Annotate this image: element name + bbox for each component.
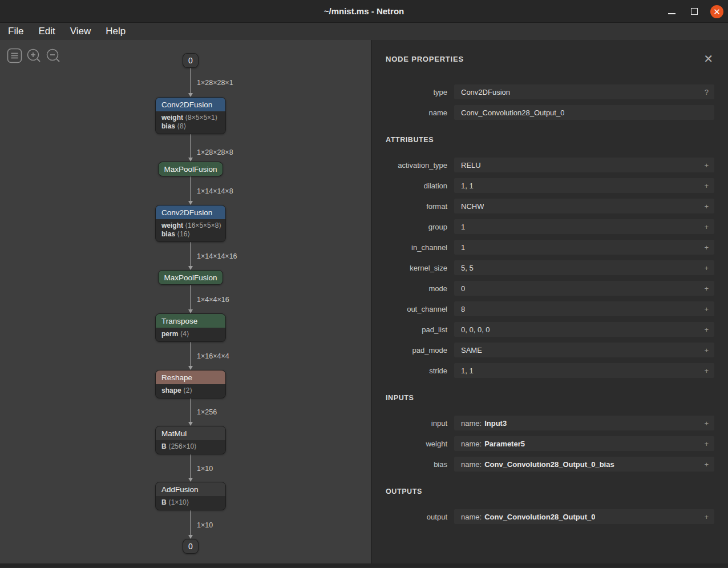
graph-edge [190, 397, 191, 422]
attribute-value-box[interactable]: 0 + [454, 281, 714, 296]
type-value-box[interactable]: Conv2DFusion ? [454, 84, 714, 99]
input-row-input: input name:Input3 + [386, 416, 714, 430]
attribute-row-kernel-size: kernel_size 5, 5 + [386, 260, 714, 275]
expand-button[interactable]: + [699, 244, 709, 251]
close-panel-button[interactable]: ✕ [702, 53, 714, 65]
close-window-button[interactable]: ✕ [710, 5, 723, 18]
zoom-out-icon [46, 48, 61, 63]
input-value-box[interactable]: name:Conv_Convolution28_Output_0_bias + [454, 457, 714, 472]
attribute-value: NCHW [461, 202, 484, 211]
attribute-row-in-channel: in_channel 1 + [386, 240, 714, 255]
minimize-button[interactable] [665, 5, 678, 18]
param-name: perm [161, 330, 178, 338]
attribute-label: out_channel [386, 305, 454, 313]
menu-help[interactable]: Help [102, 25, 129, 38]
edge-shape-label: 1×10 [197, 465, 213, 473]
name-prefix: name: [461, 419, 482, 428]
input-name: Parameter5 [484, 440, 525, 448]
attribute-value: 1 [461, 223, 465, 231]
graph-node-conv2dfusion-2[interactable]: Conv2DFusion weight ⟨16×5×5×8⟩ bias ⟨16⟩ [155, 205, 226, 242]
hamburger-icon [7, 48, 22, 63]
output-value-box[interactable]: name:Conv_Convolution28_Output_0 + [454, 509, 714, 524]
expand-button[interactable]: + [699, 461, 709, 468]
param-name: weight [161, 221, 183, 229]
node-title: Conv2DFusion [156, 98, 225, 111]
expand-button[interactable]: + [699, 203, 709, 210]
attribute-row-group: group 1 + [386, 219, 714, 234]
graph-edge [190, 285, 191, 309]
graph-node-maxpoolfusion-1[interactable]: MaxPoolFusion [158, 162, 223, 176]
node-title: Conv2DFusion [156, 206, 225, 219]
expand-button[interactable]: + [699, 420, 709, 427]
property-value: Conv2DFusion [461, 88, 510, 96]
graph-toolbar [7, 48, 61, 63]
attribute-value-box[interactable]: 0, 0, 0, 0 + [454, 322, 714, 337]
expand-button[interactable]: + [699, 285, 709, 292]
expand-button[interactable]: + [699, 367, 709, 374]
name-value-box[interactable]: Conv_Convolution28_Output_0 [454, 105, 714, 120]
attribute-value-box[interactable]: RELU + [454, 158, 714, 172]
zoom-in-button[interactable] [26, 48, 42, 63]
attribute-value-box[interactable]: NCHW + [454, 199, 714, 213]
node-title: MaxPoolFusion [164, 165, 217, 174]
input-name: Input3 [484, 419, 507, 428]
attribute-value-box[interactable]: 1, 1 + [454, 363, 714, 378]
zoom-in-icon [26, 48, 42, 63]
attribute-label: group [386, 223, 454, 231]
graph-node-transpose[interactable]: Transpose perm ⟨4⟩ [155, 313, 226, 342]
graph-node-input[interactable]: 0 [183, 53, 199, 68]
attribute-value-box[interactable]: 1 + [454, 240, 714, 255]
attribute-value-box[interactable]: 8 + [454, 301, 714, 316]
param-name: weight [161, 114, 183, 122]
edge-shape-label: 1×10 [197, 521, 213, 529]
node-params: perm ⟨4⟩ [156, 328, 225, 341]
expand-button[interactable]: + [699, 162, 709, 169]
graph-node-conv2dfusion-1[interactable]: Conv2DFusion weight ⟨8×5×5×1⟩ bias ⟨8⟩ [155, 97, 226, 134]
minimize-icon [668, 13, 676, 14]
expand-button[interactable]: + [699, 223, 709, 231]
graph-node-addfusion[interactable]: AddFusion B ⟨1×10⟩ [155, 482, 226, 510]
menu-edit[interactable]: Edit [35, 25, 58, 38]
param-name: B [161, 498, 167, 506]
attribute-value: 1 [461, 243, 465, 252]
expand-button[interactable]: + [699, 513, 709, 521]
attribute-value: RELU [461, 161, 481, 170]
graph-canvas[interactable]: 1×28×28×1 1×28×28×8 1×14×14×8 1×14×14×16… [0, 40, 371, 563]
expand-button[interactable]: + [699, 347, 709, 354]
attribute-value-box[interactable]: 1 + [454, 219, 714, 234]
expand-button[interactable]: + [699, 440, 709, 448]
graph-node-output[interactable]: 0 [183, 539, 199, 554]
expand-button[interactable]: + [699, 326, 709, 333]
attribute-label: pad_list [386, 325, 454, 334]
expand-button[interactable]: + [699, 182, 709, 190]
maximize-button[interactable] [687, 5, 701, 18]
graph-node-reshape[interactable]: Reshape shape ⟨2⟩ [155, 370, 226, 398]
param-name: B [161, 442, 167, 450]
input-value-box[interactable]: name:Input3 + [454, 416, 714, 430]
attribute-value-box[interactable]: SAME + [454, 343, 714, 357]
input-value-box[interactable]: name:Parameter5 + [454, 436, 714, 451]
param-shape: ⟨1×10⟩ [168, 498, 189, 506]
param-shape: ⟨16×5×5×8⟩ [185, 221, 221, 229]
attribute-value-box[interactable]: 5, 5 + [454, 260, 714, 275]
property-value: Conv_Convolution28_Output_0 [461, 108, 564, 117]
type-help-button[interactable]: ? [700, 88, 709, 96]
attribute-value-box[interactable]: 1, 1 + [454, 178, 714, 193]
attribute-value: SAME [461, 346, 482, 355]
zoom-out-button[interactable] [46, 48, 61, 63]
outputs-section-title: OUTPUTS [386, 488, 714, 496]
graph-edge [190, 509, 191, 535]
node-properties-panel: NODE PROPERTIES ✕ type Conv2DFusion ? na… [371, 40, 728, 563]
attribute-value: 1, 1 [461, 182, 474, 190]
menu-view[interactable]: View [67, 25, 95, 38]
sidebar-menu-button[interactable] [7, 48, 22, 63]
graph-node-matmul[interactable]: MatMul B ⟨256×10⟩ [155, 426, 226, 454]
attribute-row-mode: mode 0 + [386, 281, 714, 296]
menu-file[interactable]: File [5, 25, 27, 38]
graph-node-maxpoolfusion-2[interactable]: MaxPoolFusion [158, 270, 223, 285]
attribute-row-pad-mode: pad_mode SAME + [386, 343, 714, 357]
node-title: MaxPoolFusion [164, 273, 217, 282]
attribute-row-out-channel: out_channel 8 + [386, 301, 714, 316]
expand-button[interactable]: + [699, 305, 709, 313]
expand-button[interactable]: + [699, 264, 709, 272]
